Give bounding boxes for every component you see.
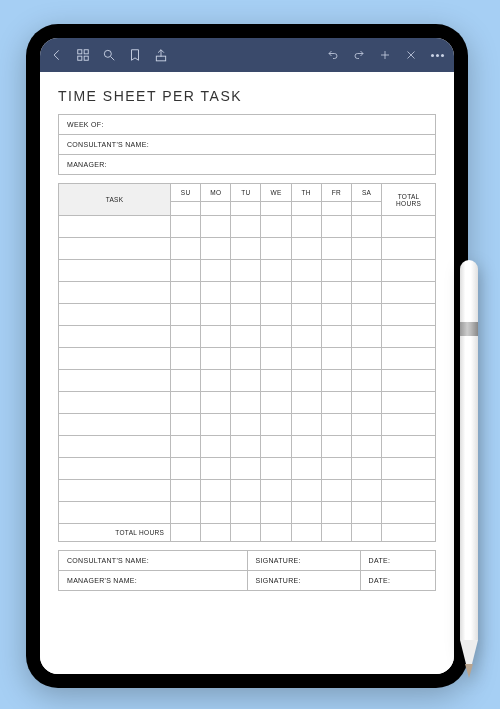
hours-cell[interactable] [201,238,231,260]
consultant-date[interactable]: DATE: [360,551,435,571]
hours-cell[interactable] [171,436,201,458]
hours-cell[interactable] [351,370,381,392]
close-icon[interactable] [404,48,418,62]
add-icon[interactable] [378,48,392,62]
hours-cell[interactable] [291,304,321,326]
task-cell[interactable] [59,370,171,392]
share-icon[interactable] [154,48,168,62]
hours-cell[interactable] [261,392,291,414]
hours-cell[interactable] [171,458,201,480]
hours-cell[interactable] [291,238,321,260]
hours-cell[interactable] [231,370,261,392]
hours-cell[interactable] [171,348,201,370]
row-total-cell[interactable] [382,216,436,238]
hours-cell[interactable] [201,480,231,502]
hours-cell[interactable] [261,348,291,370]
hours-cell[interactable] [291,348,321,370]
row-total-cell[interactable] [382,502,436,524]
hours-cell[interactable] [261,370,291,392]
hours-cell[interactable] [321,458,351,480]
hours-cell[interactable] [321,260,351,282]
hours-cell[interactable] [261,282,291,304]
hours-cell[interactable] [351,480,381,502]
day-subcell[interactable] [321,202,351,216]
row-total-cell[interactable] [382,348,436,370]
day-subcell[interactable] [231,202,261,216]
hours-cell[interactable] [321,238,351,260]
hours-cell[interactable] [201,458,231,480]
bookmark-icon[interactable] [128,48,142,62]
row-total-cell[interactable] [382,414,436,436]
hours-cell[interactable] [171,304,201,326]
day-subcell[interactable] [291,202,321,216]
total-cell[interactable] [201,524,231,542]
hours-cell[interactable] [291,282,321,304]
hours-cell[interactable] [351,436,381,458]
hours-cell[interactable] [231,502,261,524]
hours-cell[interactable] [261,304,291,326]
hours-cell[interactable] [321,282,351,304]
hours-cell[interactable] [291,436,321,458]
consultant-signature[interactable]: SIGNATURE: [247,551,360,571]
hours-cell[interactable] [291,216,321,238]
hours-cell[interactable] [171,480,201,502]
hours-cell[interactable] [231,348,261,370]
hours-cell[interactable] [291,370,321,392]
hours-cell[interactable] [321,348,351,370]
hours-cell[interactable] [321,414,351,436]
row-total-cell[interactable] [382,458,436,480]
hours-cell[interactable] [351,458,381,480]
task-cell[interactable] [59,326,171,348]
hours-cell[interactable] [291,502,321,524]
hours-cell[interactable] [201,436,231,458]
hours-cell[interactable] [291,458,321,480]
hours-cell[interactable] [321,480,351,502]
task-cell[interactable] [59,436,171,458]
redo-icon[interactable] [352,48,366,62]
hours-cell[interactable] [201,414,231,436]
hours-cell[interactable] [231,480,261,502]
hours-cell[interactable] [291,414,321,436]
hours-cell[interactable] [261,502,291,524]
hours-cell[interactable] [231,260,261,282]
hours-cell[interactable] [231,414,261,436]
hours-cell[interactable] [171,370,201,392]
task-cell[interactable] [59,282,171,304]
hours-cell[interactable] [351,502,381,524]
hours-cell[interactable] [321,502,351,524]
hours-cell[interactable] [321,304,351,326]
hours-cell[interactable] [261,480,291,502]
task-cell[interactable] [59,216,171,238]
task-cell[interactable] [59,260,171,282]
total-cell[interactable] [351,524,381,542]
row-total-cell[interactable] [382,260,436,282]
total-cell[interactable] [171,524,201,542]
hours-cell[interactable] [171,392,201,414]
hours-cell[interactable] [231,304,261,326]
hours-cell[interactable] [231,238,261,260]
total-cell[interactable] [291,524,321,542]
hours-cell[interactable] [351,260,381,282]
back-icon[interactable] [50,48,64,62]
task-cell[interactable] [59,348,171,370]
hours-cell[interactable] [351,304,381,326]
undo-icon[interactable] [326,48,340,62]
hours-cell[interactable] [171,414,201,436]
row-total-cell[interactable] [382,304,436,326]
hours-cell[interactable] [231,282,261,304]
row-total-cell[interactable] [382,238,436,260]
hours-cell[interactable] [201,502,231,524]
day-subcell[interactable] [201,202,231,216]
hours-cell[interactable] [171,326,201,348]
total-cell[interactable] [231,524,261,542]
hours-cell[interactable] [261,326,291,348]
more-icon[interactable] [430,48,444,62]
hours-cell[interactable] [201,348,231,370]
hours-cell[interactable] [201,392,231,414]
manager-sig-name[interactable]: MANAGER'S NAME: [59,571,248,591]
task-cell[interactable] [59,238,171,260]
hours-cell[interactable] [231,436,261,458]
hours-cell[interactable] [231,216,261,238]
hours-cell[interactable] [201,216,231,238]
hours-cell[interactable] [201,326,231,348]
